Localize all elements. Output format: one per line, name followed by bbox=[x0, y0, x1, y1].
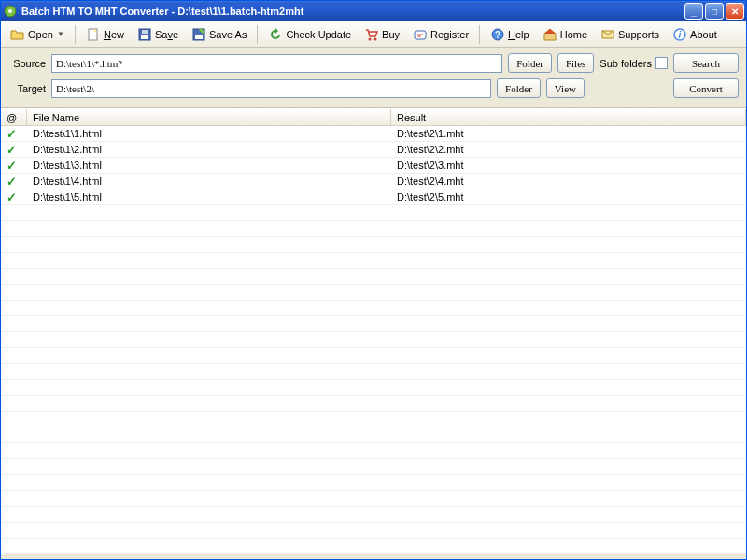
maximize-button[interactable]: □ bbox=[705, 3, 724, 20]
cell-filename: D:\test\1\5.html bbox=[27, 191, 391, 203]
check-icon: ✓ bbox=[7, 159, 17, 173]
table-row[interactable] bbox=[1, 380, 746, 396]
cell-result: D:\test\2\2.mht bbox=[391, 144, 746, 155]
save-button[interactable]: Save bbox=[132, 24, 184, 45]
save-as-icon bbox=[191, 27, 206, 42]
check-icon: ✓ bbox=[7, 127, 17, 141]
table-row[interactable] bbox=[1, 539, 746, 554]
col-result[interactable]: Result bbox=[391, 109, 746, 125]
table-row[interactable] bbox=[1, 364, 746, 380]
cell-filename: D:\test\1\2.html bbox=[27, 144, 391, 155]
table-row[interactable] bbox=[1, 348, 746, 364]
title-bar: Batch HTM TO MHT Converter - D:\test\1\1… bbox=[1, 1, 746, 21]
table-row[interactable] bbox=[1, 205, 746, 221]
table-row[interactable] bbox=[1, 316, 746, 332]
cell-result: D:\test\2\4.mht bbox=[391, 175, 746, 187]
table-row[interactable] bbox=[1, 459, 746, 475]
target-view-button[interactable]: View bbox=[546, 78, 585, 98]
check-icon: ✓ bbox=[7, 175, 17, 189]
table-row[interactable]: ✓D:\test\1\3.htmlD:\test\2\3.mht bbox=[1, 158, 746, 174]
col-filename[interactable]: File Name bbox=[27, 109, 391, 125]
home-button[interactable]: Home bbox=[537, 24, 593, 45]
svg-text:?: ? bbox=[495, 30, 500, 40]
help-icon: ? bbox=[490, 27, 505, 42]
path-panel: Source Folder Files Sub folders Search T… bbox=[1, 48, 746, 108]
svg-point-9 bbox=[374, 37, 377, 40]
cell-filename: D:\test\1\4.html bbox=[27, 175, 391, 187]
app-icon bbox=[3, 4, 18, 19]
col-status[interactable]: @ bbox=[1, 109, 27, 125]
subfolders-label: Sub folders bbox=[599, 58, 652, 69]
register-icon bbox=[413, 27, 428, 42]
source-folder-button[interactable]: Folder bbox=[508, 53, 552, 73]
save-as-button[interactable]: Save As bbox=[186, 24, 252, 45]
register-button[interactable]: Register bbox=[407, 24, 474, 45]
cart-icon bbox=[364, 27, 379, 42]
check-icon: ✓ bbox=[7, 190, 17, 204]
svg-point-8 bbox=[369, 37, 372, 40]
buy-button[interactable]: Buy bbox=[359, 24, 405, 45]
svg-rect-4 bbox=[141, 35, 148, 39]
file-list: @ File Name Result ✓D:\test\1\1.htmlD:\t… bbox=[1, 108, 746, 554]
table-row[interactable] bbox=[1, 285, 746, 301]
table-row[interactable] bbox=[1, 253, 746, 269]
target-label: Target bbox=[8, 83, 46, 94]
table-row[interactable] bbox=[1, 491, 746, 507]
dropdown-icon[interactable]: ▼ bbox=[57, 30, 64, 38]
close-button[interactable]: ✕ bbox=[726, 3, 744, 20]
table-row[interactable] bbox=[1, 475, 746, 491]
svg-point-1 bbox=[8, 9, 12, 13]
cell-result: D:\test\2\1.mht bbox=[391, 128, 746, 139]
new-button[interactable]: New bbox=[80, 24, 130, 45]
search-button[interactable]: Search bbox=[673, 53, 739, 73]
check-icon: ✓ bbox=[7, 143, 17, 157]
target-input[interactable] bbox=[51, 79, 491, 98]
table-row[interactable] bbox=[1, 301, 746, 316]
target-folder-button[interactable]: Folder bbox=[497, 78, 541, 98]
svg-rect-5 bbox=[142, 30, 148, 34]
source-label: Source bbox=[8, 58, 46, 69]
minimize-button[interactable]: _ bbox=[684, 3, 703, 20]
supports-icon bbox=[600, 27, 615, 42]
cell-filename: D:\test\1\3.html bbox=[27, 160, 391, 171]
source-files-button[interactable]: Files bbox=[557, 53, 594, 73]
cell-result: D:\test\2\5.mht bbox=[391, 191, 746, 203]
list-body[interactable]: ✓D:\test\1\1.htmlD:\test\2\1.mht✓D:\test… bbox=[1, 126, 746, 555]
table-row[interactable] bbox=[1, 332, 746, 348]
supports-button[interactable]: Supports bbox=[595, 24, 665, 45]
table-row[interactable] bbox=[1, 412, 746, 427]
check-update-button[interactable]: Check Update bbox=[262, 24, 357, 45]
window-title: Batch HTM TO MHT Converter - D:\test\1\1… bbox=[21, 6, 684, 17]
svg-text:i: i bbox=[679, 30, 682, 40]
home-icon bbox=[543, 27, 557, 42]
folder-open-icon bbox=[10, 27, 25, 42]
cell-result: D:\test\2\3.mht bbox=[391, 160, 746, 171]
convert-button[interactable]: Convert bbox=[673, 78, 739, 98]
help-button[interactable]: ? Help bbox=[485, 24, 535, 45]
save-icon bbox=[137, 27, 152, 42]
table-row[interactable] bbox=[1, 396, 746, 412]
table-row[interactable] bbox=[1, 427, 746, 443]
subfolders-checkbox[interactable] bbox=[655, 57, 668, 69]
table-row[interactable]: ✓D:\test\1\4.htmlD:\test\2\4.mht bbox=[1, 174, 746, 189]
table-row[interactable]: ✓D:\test\1\2.htmlD:\test\2\2.mht bbox=[1, 142, 746, 158]
toolbar: Open ▼ New Save Save As Check Update Buy… bbox=[1, 21, 746, 48]
cell-filename: D:\test\1\1.html bbox=[27, 128, 391, 139]
table-row[interactable] bbox=[1, 237, 746, 253]
source-input[interactable] bbox=[51, 54, 502, 73]
list-header: @ File Name Result bbox=[1, 109, 746, 126]
refresh-icon bbox=[268, 27, 283, 42]
table-row[interactable]: ✓D:\test\1\1.htmlD:\test\2\1.mht bbox=[1, 126, 746, 142]
info-icon: i bbox=[672, 27, 687, 42]
table-row[interactable] bbox=[1, 443, 746, 459]
table-row[interactable]: ✓D:\test\1\5.htmlD:\test\2\5.mht bbox=[1, 189, 746, 205]
about-button[interactable]: i About bbox=[667, 24, 723, 45]
table-row[interactable] bbox=[1, 507, 746, 523]
svg-rect-7 bbox=[195, 35, 203, 39]
open-button[interactable]: Open ▼ bbox=[5, 24, 70, 45]
table-row[interactable] bbox=[1, 221, 746, 237]
table-row[interactable] bbox=[1, 269, 746, 285]
new-file-icon bbox=[86, 27, 101, 42]
table-row[interactable] bbox=[1, 523, 746, 539]
